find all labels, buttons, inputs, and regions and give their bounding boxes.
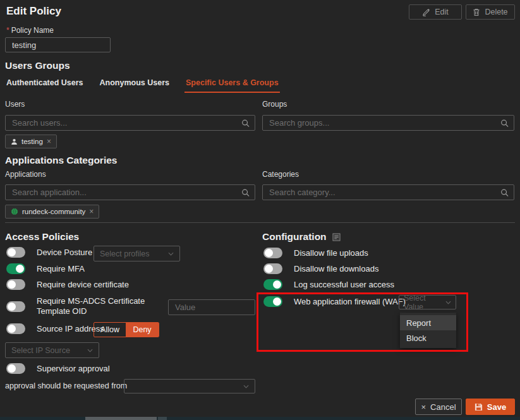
application-chip[interactable]: rundeck-community ×: [5, 205, 99, 219]
policy-name-label: *Policy Name: [6, 24, 54, 35]
require-device-certificate-label: Require device certificate: [37, 280, 129, 289]
underlying-page-bar: [158, 417, 167, 420]
remove-chip-icon[interactable]: ×: [89, 207, 94, 216]
underlying-page-bar: [85, 417, 157, 420]
application-chip-label: rundeck-community: [22, 208, 85, 215]
edit-button[interactable]: Edit: [409, 4, 462, 20]
chevron-down-icon: [168, 252, 174, 256]
categories-label: Categories: [262, 170, 299, 179]
required-asterisk: *: [6, 26, 9, 35]
disallow-uploads-row: Disallow file uploads: [263, 248, 368, 258]
chevron-down-icon: [87, 349, 93, 352]
supervisor-approval-toggle[interactable]: [6, 363, 25, 374]
save-button-label: Save: [487, 402, 506, 412]
search-categories-input[interactable]: [262, 184, 514, 200]
user-chip[interactable]: testing ×: [5, 135, 57, 148]
users-groups-tabs: Authenticated Users Anonymous Users Spec…: [5, 78, 280, 93]
search-users-input[interactable]: [5, 115, 255, 131]
users-label: Users: [5, 100, 25, 109]
globe-icon: [11, 208, 18, 215]
groups-label: Groups: [262, 100, 287, 109]
waf-option-block[interactable]: Block: [400, 330, 456, 345]
disallow-downloads-label: Disallow file downloads: [294, 264, 378, 273]
users-groups-title: Users Groups: [5, 60, 70, 71]
applications-categories-title: Applications Categories: [5, 155, 117, 166]
tab-authenticated-users[interactable]: Authenticated Users: [5, 78, 85, 93]
waf-row: Web application firewall (WAF): [263, 296, 406, 307]
edit-policy-dialog: Edit Policy Edit Delete *Policy Name Use…: [0, 0, 520, 420]
deny-button[interactable]: Deny: [126, 323, 159, 337]
delete-button-label: Delete: [485, 8, 507, 16]
require-mfa-toggle[interactable]: [6, 263, 25, 274]
disallow-uploads-label: Disallow file uploads: [294, 248, 368, 258]
adcs-value-input[interactable]: [168, 299, 255, 315]
trash-icon: [473, 8, 480, 16]
require-ms-adcs-row: Require MS-ADCS Certificate Template OID: [6, 296, 166, 316]
device-posture-row: Device Posture: [6, 247, 92, 258]
save-button[interactable]: Save: [466, 399, 515, 415]
configuration-title: Configuration: [262, 231, 327, 243]
search-applications-input[interactable]: [5, 184, 255, 200]
approval-from-dropdown[interactable]: [124, 379, 255, 393]
waf-select-value-dropdown[interactable]: Select Value: [399, 295, 456, 309]
device-posture-label: Device Posture: [37, 248, 92, 257]
waf-option-report[interactable]: Report: [400, 315, 456, 330]
require-mfa-label: Require MFA: [37, 264, 85, 273]
device-posture-toggle[interactable]: [6, 247, 25, 258]
section-divider: [5, 222, 515, 223]
chevron-down-icon: [243, 385, 249, 388]
close-icon: ×: [421, 402, 426, 412]
allow-deny-segmented: Allow Deny: [94, 322, 159, 337]
source-ip-toggle[interactable]: [6, 323, 25, 334]
disallow-downloads-row: Disallow file downloads: [263, 263, 378, 274]
page-title: Edit Policy: [6, 5, 61, 18]
select-profiles-dropdown[interactable]: Select profiles: [94, 246, 180, 261]
select-ip-source-dropdown[interactable]: Select IP Source: [5, 342, 99, 358]
delete-button[interactable]: Delete: [466, 4, 515, 20]
require-device-certificate-toggle[interactable]: [6, 279, 25, 290]
log-success-toggle[interactable]: [263, 279, 282, 290]
supervisor-approval-label: Supervisor approval: [37, 364, 110, 373]
allow-button[interactable]: Allow: [94, 323, 126, 337]
cancel-button[interactable]: × Cancel: [415, 399, 462, 415]
edit-button-label: Edit: [435, 8, 449, 16]
policy-name-input[interactable]: [5, 37, 111, 52]
cancel-button-label: Cancel: [430, 402, 456, 412]
save-floppy-icon: [475, 403, 483, 411]
source-ip-row: Source IP address: [6, 323, 104, 334]
user-icon: [11, 138, 18, 145]
pencil-icon: [422, 8, 430, 16]
configuration-header: Configuration: [262, 231, 341, 243]
search-groups-input[interactable]: [262, 115, 514, 131]
tab-specific-users-groups[interactable]: Specific Users & Groups: [184, 78, 280, 93]
require-mfa-row: Require MFA: [6, 263, 85, 274]
waf-label: Web application firewall (WAF): [294, 297, 406, 306]
log-success-label: Log successful user access: [294, 280, 394, 289]
disallow-downloads-toggle[interactable]: [263, 263, 282, 274]
tab-anonymous-users[interactable]: Anonymous Users: [99, 78, 171, 93]
disallow-uploads-toggle[interactable]: [263, 248, 282, 258]
user-chip-label: testing: [21, 138, 43, 145]
info-form-icon: [332, 233, 341, 241]
chevron-down-icon: [445, 301, 451, 304]
require-device-certificate-row: Require device certificate: [6, 279, 129, 290]
applications-label: Applications: [5, 170, 46, 179]
remove-chip-icon[interactable]: ×: [47, 137, 51, 146]
require-ms-adcs-label: Require MS-ADCS Certificate Template OID: [37, 296, 166, 316]
approval-from-label: approval should be requested from: [5, 381, 127, 390]
waf-dropdown-menu: Report Block: [400, 313, 456, 348]
log-success-row: Log successful user access: [263, 279, 394, 290]
supervisor-approval-row: Supervisor approval: [6, 363, 110, 374]
underlying-page-edge: [0, 417, 520, 420]
waf-toggle[interactable]: [263, 296, 282, 307]
require-ms-adcs-toggle[interactable]: [6, 301, 25, 312]
access-policies-title: Access Policies: [5, 231, 79, 243]
